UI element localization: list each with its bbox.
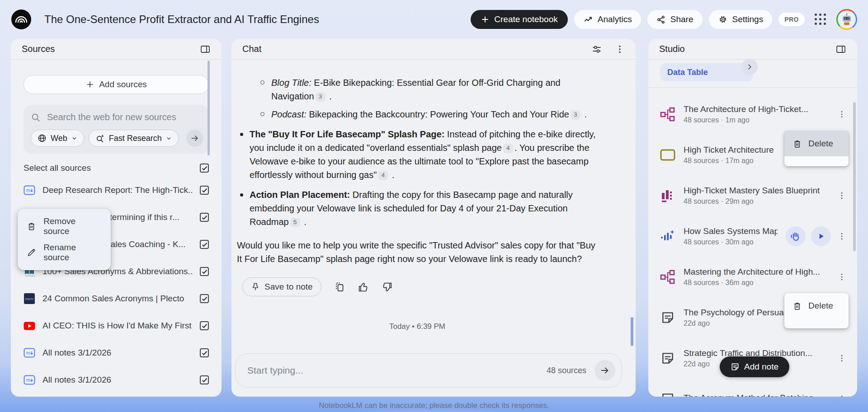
share-button[interactable]: Share xyxy=(647,10,703,29)
source-checkbox[interactable] xyxy=(200,267,209,276)
remove-source-menu-item[interactable]: Remove source xyxy=(18,213,111,239)
save-to-note-button[interactable]: Save to note xyxy=(242,277,321,296)
add-note-button[interactable]: Add note xyxy=(720,356,789,377)
account-avatar[interactable] xyxy=(836,9,857,30)
chip-scroll-button[interactable] xyxy=(741,59,758,75)
web-search-card: Web Fast Research xyxy=(24,105,209,154)
citation-chip[interactable]: 5 xyxy=(290,218,300,227)
markdown-doc-icon: m xyxy=(24,375,35,385)
source-row[interactable]: m Deep Research Report: The High-Tick... xyxy=(11,177,222,204)
citation-chip[interactable]: 3 xyxy=(571,110,580,120)
source-checkbox[interactable] xyxy=(200,294,209,303)
studio-panel-title: Studio xyxy=(659,44,685,54)
analytics-button[interactable]: Analytics xyxy=(574,10,641,29)
tune-icon[interactable] xyxy=(591,44,602,55)
delete-context-menu: Delete xyxy=(784,293,849,328)
studio-item[interactable]: The Architecture of High-Ticket...48 sou… xyxy=(648,94,857,135)
notebooklm-logo[interactable] xyxy=(11,9,32,30)
disclaimer-text: NotebookLM can be inaccurate; please dou… xyxy=(0,401,868,410)
share-icon xyxy=(656,15,666,24)
source-checkbox[interactable] xyxy=(200,240,209,249)
share-label: Share xyxy=(670,14,693,24)
add-sources-button[interactable]: Add sources xyxy=(24,75,209,94)
create-notebook-button[interactable]: Create notebook xyxy=(471,10,568,29)
svg-text:Sales Playbook: Sales Playbook xyxy=(25,275,35,277)
research-mode-dropdown[interactable]: Fast Research xyxy=(89,130,179,147)
search-input[interactable] xyxy=(47,112,196,122)
hand-wave-icon xyxy=(790,231,801,242)
delete-label: Delete xyxy=(808,139,833,149)
source-checkbox[interactable] xyxy=(200,213,209,222)
trash-icon xyxy=(793,301,802,311)
analytics-label: Analytics xyxy=(598,14,632,24)
rename-source-menu-item[interactable]: Rename source xyxy=(18,239,111,266)
item-more-menu-icon[interactable] xyxy=(836,272,847,282)
source-row[interactable]: m All notes 3/1/2026 xyxy=(11,366,222,393)
source-row[interactable]: PLECTO 24 Common Sales Acronyms | Plecto xyxy=(11,285,222,312)
item-more-menu-icon[interactable] xyxy=(836,393,847,397)
pencil-icon xyxy=(27,248,36,258)
item-more-menu-icon[interactable] xyxy=(836,353,847,364)
chat-input[interactable] xyxy=(247,365,547,376)
copy-icon[interactable] xyxy=(334,281,345,292)
item-more-menu-icon[interactable] xyxy=(836,231,847,242)
studio-item-title: High-Ticket Mastery Sales Blueprint xyxy=(684,186,828,196)
data-table-chip[interactable]: Data Table xyxy=(660,63,753,81)
play-button[interactable] xyxy=(811,226,831,246)
studio-item-meta: 48 sources · 1m ago xyxy=(684,116,828,124)
source-row[interactable]: m All notes 3/1/2026 xyxy=(11,339,222,366)
delete-context-menu: Delete xyxy=(784,131,849,166)
sparkle-search-icon xyxy=(95,134,105,143)
item-more-menu-icon[interactable] xyxy=(836,190,847,201)
frame-icon xyxy=(660,149,675,161)
interactive-mode-button[interactable] xyxy=(786,226,806,246)
more-menu-icon[interactable] xyxy=(615,44,625,54)
select-all-checkbox[interactable] xyxy=(200,164,209,173)
chat-panel-title: Chat xyxy=(242,44,261,54)
studio-scrollbar[interactable] xyxy=(853,102,856,251)
source-title: etermining if this r... xyxy=(105,212,193,222)
apps-grid-icon[interactable] xyxy=(815,14,826,25)
studio-item[interactable]: Mastering the Architecture of High...48 … xyxy=(648,257,857,297)
add-note-label: Add note xyxy=(744,362,778,372)
source-checkbox[interactable] xyxy=(200,186,209,195)
send-button[interactable] xyxy=(594,360,615,381)
sources-scrollbar[interactable] xyxy=(208,61,210,155)
source-checkbox[interactable] xyxy=(200,321,209,330)
note-icon xyxy=(660,392,675,397)
collapse-panel-icon[interactable] xyxy=(200,44,211,55)
chevron-down-icon xyxy=(71,136,77,141)
citation-chip[interactable]: 4 xyxy=(503,144,513,153)
source-context-menu: Remove source Rename source xyxy=(18,209,111,270)
citation-chip[interactable]: 4 xyxy=(378,171,388,180)
web-source-dropdown[interactable]: Web xyxy=(31,130,84,147)
settings-button[interactable]: Settings xyxy=(709,10,773,29)
chat-scrollbar[interactable] xyxy=(631,317,633,346)
delete-menu-item[interactable]: Delete xyxy=(784,131,849,156)
studio-item-title: The Acronym Method for Batching... xyxy=(684,393,828,397)
citation-chip[interactable]: 3 xyxy=(316,92,326,102)
thumbs-down-icon[interactable] xyxy=(382,281,393,293)
source-row[interactable]: AI CEO: THIS is How I'd Make My First ..… xyxy=(11,312,222,339)
item-more-menu-icon[interactable] xyxy=(836,109,847,120)
source-title: 24 Common Sales Acronyms | Plecto xyxy=(42,294,193,304)
top-bar: The One-Sentence Profit Extractor and AI… xyxy=(0,0,868,39)
source-title: Sales Coaching - K... xyxy=(105,239,193,249)
source-checkbox[interactable] xyxy=(200,348,209,357)
delete-menu-item[interactable]: Delete xyxy=(784,293,849,318)
studio-item-meta: 48 sources · 36m ago xyxy=(684,279,828,287)
studio-item[interactable]: High-Ticket Mastery Sales Blueprint48 so… xyxy=(648,175,857,216)
search-icon xyxy=(31,112,41,122)
source-checkbox[interactable] xyxy=(200,375,209,384)
chat-input-bar: 48 sources xyxy=(235,353,622,388)
pro-badge: PRO xyxy=(778,13,805,26)
thumbs-up-icon[interactable] xyxy=(358,281,369,293)
message-actions: Save to note xyxy=(242,277,598,296)
collapse-panel-icon[interactable] xyxy=(835,44,846,55)
source-title: All notes 3/1/2026 xyxy=(42,348,193,358)
studio-item[interactable]: The Acronym Method for Batching... xyxy=(648,379,857,397)
note-icon xyxy=(660,310,675,325)
gear-icon xyxy=(718,14,728,24)
search-submit-button[interactable] xyxy=(186,130,203,147)
studio-item[interactable]: How Sales Systems Map...48 sources · 30m… xyxy=(648,216,857,257)
